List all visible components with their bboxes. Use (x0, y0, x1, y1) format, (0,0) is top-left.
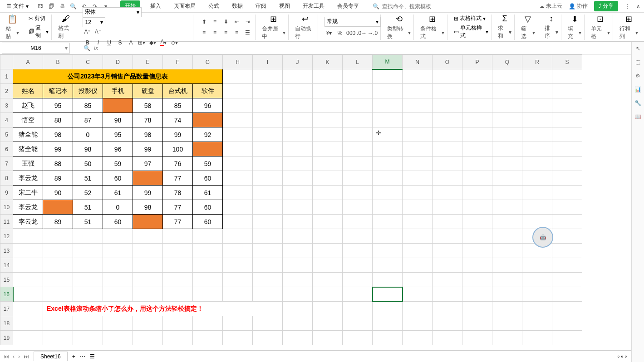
cell[interactable] (492, 98, 522, 113)
cell[interactable] (373, 302, 403, 316)
cell[interactable] (552, 244, 582, 258)
cell[interactable] (552, 98, 582, 113)
rowcol-icon[interactable]: ⊞ (625, 14, 632, 24)
cell[interactable] (522, 127, 552, 142)
cell[interactable] (223, 229, 253, 244)
cell[interactable] (13, 287, 43, 302)
clipboard-icon[interactable]: 📋 (7, 14, 17, 24)
cell[interactable] (462, 84, 492, 98)
cut-button[interactable]: ✂剪切 (29, 15, 49, 22)
cell[interactable] (522, 287, 552, 302)
cell[interactable] (223, 98, 253, 113)
wrap-icon[interactable]: ↩ (302, 14, 309, 24)
fx-label[interactable]: fx (94, 45, 98, 51)
cell[interactable] (343, 229, 373, 244)
tab-data[interactable]: 数据 (229, 0, 246, 12)
cell[interactable] (462, 200, 492, 215)
cell[interactable] (193, 316, 223, 331)
cell[interactable] (193, 287, 223, 302)
print-icon[interactable]: 🖶 (59, 3, 66, 10)
fill-button[interactable]: 填充▾ (568, 25, 581, 40)
cell[interactable] (313, 244, 343, 258)
cell[interactable] (492, 331, 522, 345)
cell[interactable] (163, 316, 193, 331)
cell[interactable] (103, 316, 133, 331)
cell-button[interactable]: 单元格▾ (591, 25, 610, 40)
cell[interactable]: 92 (193, 127, 223, 142)
cell[interactable]: 软件 (193, 84, 223, 98)
increase-font-icon[interactable]: A⁺ (83, 27, 92, 36)
column-header[interactable]: L (343, 55, 373, 69)
cell[interactable]: 78 (163, 186, 193, 200)
row-header[interactable]: 11 (0, 215, 13, 229)
cell[interactable]: 笔记本 (43, 84, 73, 98)
cell[interactable] (462, 302, 492, 316)
cell[interactable] (522, 215, 552, 229)
cell[interactable]: 76 (163, 157, 193, 171)
cell[interactable] (373, 98, 403, 113)
cell[interactable]: 61 (103, 186, 133, 200)
cell[interactable] (552, 186, 582, 200)
cell[interactable] (253, 229, 283, 244)
assistant-bubble[interactable]: 🤖 (532, 227, 553, 248)
table-style-button[interactable]: ⊞表格样式▾ (454, 15, 488, 22)
row-header[interactable]: 7 (0, 157, 13, 171)
cursor-icon[interactable]: ↖ (636, 45, 640, 52)
cell[interactable]: 74 (163, 113, 193, 127)
cell[interactable] (522, 157, 552, 171)
cell[interactable] (13, 316, 43, 331)
cell[interactable]: 公司2023年3月销售产品数量信息表 (13, 69, 223, 84)
cell[interactable] (223, 287, 253, 302)
row-header[interactable]: 3 (0, 98, 13, 113)
cell[interactable] (253, 113, 283, 127)
cell[interactable] (13, 258, 43, 273)
cell[interactable]: 60 (193, 215, 223, 229)
cell[interactable] (283, 215, 313, 229)
cell[interactable] (433, 258, 462, 273)
cell[interactable] (433, 302, 462, 316)
fill-icon[interactable]: ⬇ (571, 14, 578, 24)
cell[interactable]: 88 (43, 113, 73, 127)
cell[interactable] (283, 69, 313, 84)
cell[interactable]: 猪全能 (13, 127, 43, 142)
cell[interactable] (373, 113, 403, 127)
cell[interactable] (223, 84, 253, 98)
cloud-status[interactable]: ☁未上云 (539, 2, 562, 10)
cell[interactable] (403, 200, 433, 215)
cell[interactable] (223, 331, 253, 345)
decrease-font-icon[interactable]: A⁻ (93, 27, 103, 36)
cell[interactable] (433, 157, 462, 171)
preview-icon[interactable]: 🔍 (69, 3, 77, 10)
cell[interactable]: 99 (133, 142, 163, 157)
align-top-icon[interactable]: ⬆ (200, 17, 209, 26)
cond-format-icon[interactable]: ⊞ (429, 14, 436, 24)
cell[interactable] (283, 200, 313, 215)
cell[interactable] (552, 215, 582, 229)
cell[interactable] (492, 200, 522, 215)
cell[interactable] (223, 316, 253, 331)
cell[interactable] (403, 142, 433, 157)
cell[interactable] (492, 113, 522, 127)
cell[interactable] (552, 287, 582, 302)
cell[interactable] (343, 316, 373, 331)
cell[interactable] (163, 331, 193, 345)
cell[interactable]: 59 (193, 157, 223, 171)
cell[interactable] (403, 331, 433, 345)
select-all-corner[interactable] (0, 55, 13, 69)
type-convert-button[interactable]: 类型转换▾ (387, 25, 411, 40)
cell[interactable] (552, 200, 582, 215)
cell[interactable] (223, 273, 253, 287)
cell[interactable] (462, 157, 492, 171)
cell[interactable]: 台式机 (163, 84, 193, 98)
settings-icon[interactable]: ⚙ (635, 73, 640, 79)
row-header[interactable]: 19 (0, 331, 13, 345)
cell[interactable] (313, 171, 343, 186)
cell[interactable] (373, 186, 403, 200)
cell[interactable] (373, 84, 403, 98)
cell[interactable] (552, 273, 582, 287)
cell[interactable] (492, 287, 522, 302)
cell[interactable] (103, 258, 133, 273)
cell[interactable] (313, 316, 343, 331)
cell[interactable] (343, 200, 373, 215)
percent-icon[interactable]: % (335, 29, 344, 38)
